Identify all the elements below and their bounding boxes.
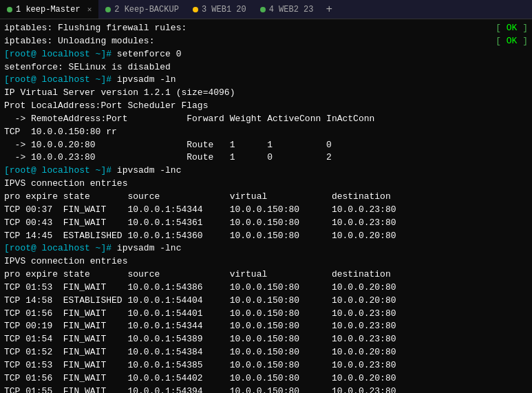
- tab-4-dot: [260, 7, 266, 12]
- tab-4-label: 4 WEB2 23: [269, 5, 314, 14]
- tab-3-dot: [193, 7, 198, 12]
- line-18: [root@ localhost ~]# ipvsadm -lnc: [4, 242, 528, 255]
- line-17: TCP 14:45 ESTABLISHED 10.0.0.1:54360 10.…: [4, 230, 528, 243]
- line-29: TCP 01:55 FIN_WAIT 10.0.0.1:54394 10.0.0…: [4, 385, 528, 393]
- line-20: pro expire state source virtual destinat…: [4, 268, 528, 282]
- line-14: pro expire state source virtual destinat…: [4, 191, 528, 204]
- line-9: TCP 10.0.0.150:80 rr: [4, 126, 528, 139]
- line-13: IPVS connection entries: [4, 178, 528, 191]
- line-8: -> RemoteAddress:Port Forward Weight Act…: [4, 113, 528, 126]
- line-25: TCP 01:54 FIN_WAIT 10.0.0.1:54389 10.0.0…: [4, 333, 528, 346]
- line-15: TCP 00:37 FIN_WAIT 10.0.0.1:54344 10.0.0…: [4, 204, 528, 217]
- line-3: [root@ localhost ~]# setenforce 0: [4, 48, 528, 61]
- line-23: TCP 01:56 FIN_WAIT 10.0.0.1:54401 10.0.0…: [4, 308, 528, 321]
- line-4: setenforce: SELinux is disabled: [4, 61, 528, 74]
- tab-1-label: 1 keep-Master: [16, 5, 81, 14]
- tab-1-close[interactable]: ✕: [87, 5, 92, 14]
- tab-add-button[interactable]: +: [321, 3, 339, 16]
- line-27: TCP 01:53 FIN_WAIT 10.0.0.1:54385 10.0.0…: [4, 359, 528, 372]
- line-12: [root@ localhost ~]# ipvsadm -lnc: [4, 164, 528, 178]
- line-22: TCP 14:58 ESTABLISHED 10.0.0.1:54404 10.…: [4, 295, 528, 308]
- line-24: TCP 00:19 FIN_WAIT 10.0.0.1:54344 10.0.0…: [4, 320, 528, 333]
- line-26: TCP 01:52 FIN_WAIT 10.0.0.1:54384 10.0.0…: [4, 346, 528, 359]
- line-28: TCP 01:56 FIN_WAIT 10.0.0.1:54402 10.0.0…: [4, 372, 528, 385]
- line-11: -> 10.0.0.23:80 Route 1 0 2: [4, 151, 528, 164]
- line-7: Prot LocalAddress:Port Scheduler Flags: [4, 100, 528, 113]
- tab-3-web1[interactable]: 3 WEB1 20: [186, 0, 253, 19]
- tab-2-label: 2 Keep-BACKUP: [114, 5, 179, 14]
- line-1: iptables: Flushing firewall rules:[ OK ]: [4, 22, 528, 35]
- tab-2-dot: [105, 7, 111, 12]
- line-19: IPVS connection entries: [4, 255, 528, 268]
- line-16: TCP 00:43 FIN_WAIT 10.0.0.1:54361 10.0.0…: [4, 217, 528, 230]
- tab-1-keep-master[interactable]: 1 keep-Master ✕: [0, 0, 98, 19]
- tab-2-keep-backup[interactable]: 2 Keep-BACKUP: [98, 0, 186, 19]
- tab-3-label: 3 WEB1 20: [202, 5, 246, 14]
- tab-4-web2[interactable]: 4 WEB2 23: [253, 0, 321, 19]
- line-2: iptables: Unloading modules:[ OK ]: [4, 35, 528, 48]
- line-5: [root@ localhost ~]# ipvsadm -ln: [4, 74, 528, 87]
- line-21: TCP 01:53 FIN_WAIT 10.0.0.1:54386 10.0.0…: [4, 282, 528, 295]
- line-10: -> 10.0.0.20:80 Route 1 1 0: [4, 139, 528, 152]
- tab-bar: 1 keep-Master ✕ 2 Keep-BACKUP 3 WEB1 20 …: [0, 0, 532, 19]
- terminal: iptables: Flushing firewall rules:[ OK ]…: [0, 19, 532, 393]
- line-6: IP Virtual Server version 1.2.1 (size=40…: [4, 87, 528, 100]
- tab-1-dot: [7, 7, 12, 12]
